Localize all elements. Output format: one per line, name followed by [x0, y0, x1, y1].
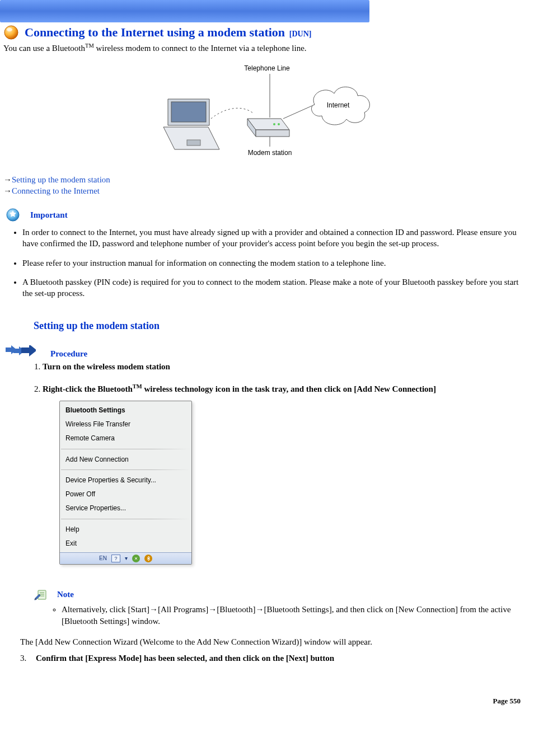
step-3: 3. Confirm that [Express Mode] has been … — [0, 648, 534, 663]
menu-bluetooth-settings[interactable]: Bluetooth Settings — [60, 403, 191, 417]
step-2-suffix: wireless technology icon in the task tra… — [142, 384, 436, 393]
menu-exit[interactable]: Exit — [60, 537, 191, 551]
link-connect-internet[interactable]: Connecting to the Internet — [12, 186, 100, 195]
menu-power-off[interactable]: Power Off — [60, 487, 191, 501]
arrow-glyph-1: → — [3, 175, 12, 184]
anchor-links: →Setting up the modem station →Connectin… — [0, 169, 534, 200]
svg-rect-4 — [171, 102, 206, 122]
diagram: Telephone Line — [0, 53, 534, 169]
subheading-setup: Setting up the modem station — [0, 307, 534, 334]
note-list: Alternatively, click [Start]→[All Progra… — [50, 604, 512, 627]
step-3-text: Confirm that [Express Mode] has been sel… — [36, 654, 334, 663]
svg-point-1 — [7, 28, 12, 31]
svg-rect-5 — [187, 140, 200, 145]
menu-separator — [61, 519, 190, 519]
intro-text: You can use a BluetoothTM wireless modem… — [0, 40, 534, 53]
step-1-text: Turn on the wireless modem station — [43, 362, 170, 371]
tray-caret-icon[interactable]: ▾ — [125, 555, 128, 562]
menu-separator — [61, 469, 190, 470]
svg-marker-8 — [256, 130, 289, 137]
wizard-paragraph: The [Add New Connection Wizard (Welcome … — [0, 631, 534, 648]
step-3-number: 3. — [20, 654, 28, 663]
page-title: Connecting to the Internet using a modem… — [25, 25, 311, 40]
arrow-glyph-2: → — [3, 186, 12, 195]
page-title-text: Connecting to the Internet using a modem… — [25, 25, 285, 39]
link-setup-modem[interactable]: Setting up the modem station — [12, 175, 110, 184]
orb-icon — [3, 25, 19, 40]
note-header: Note — [0, 575, 534, 602]
svg-point-0 — [4, 26, 18, 39]
important-list: In order to connect to the Internet, you… — [11, 227, 523, 299]
tray-help-icon[interactable]: ? — [111, 555, 120, 562]
important-item-2: Please refer to your instruction manual … — [22, 257, 521, 269]
page-title-tag: [DUN] — [289, 30, 312, 38]
step-2-prefix: Right-click the Bluetooth — [43, 384, 133, 393]
important-item-3: A Bluetooth passkey (PIN code) is requir… — [22, 276, 521, 299]
diagram-label-internet: Internet — [327, 101, 350, 109]
page-label: Page — [493, 697, 508, 705]
procedure-list: Turn on the wireless modem station Right… — [31, 361, 523, 565]
important-item-1: In order to connect to the Internet, you… — [22, 227, 521, 250]
intro-prefix: You can use a Bluetooth — [3, 44, 85, 53]
tm-mark-2: TM — [133, 383, 142, 389]
menu-remote-camera[interactable]: Remote Camera — [60, 431, 191, 445]
step-2: Right-click the BluetoothTM wireless tec… — [43, 383, 521, 565]
menu-help[interactable]: Help — [60, 523, 191, 537]
svg-line-17 — [270, 106, 287, 112]
diagram-label-modem: Modem station — [248, 149, 292, 157]
menu-separator — [61, 449, 190, 449]
procedure-label: Procedure — [50, 349, 87, 359]
svg-line-11 — [283, 105, 315, 119]
diagram-label-telephone: Telephone Line — [244, 64, 289, 72]
task-tray: EN ? ▾ — [60, 552, 191, 564]
page-number: 550 — [510, 697, 521, 705]
pencil-note-icon — [34, 587, 48, 602]
menu-wireless-file-transfer[interactable]: Wireless File Transfer — [60, 417, 191, 431]
page-title-row: Connecting to the Internet using a modem… — [0, 24, 534, 40]
header-gradient-band — [0, 0, 369, 22]
menu-service-properties[interactable]: Service Properties... — [60, 501, 191, 515]
tray-bluetooth-icon[interactable] — [144, 555, 152, 562]
page-footer: Page 550 — [0, 663, 534, 716]
menu-add-new-connection[interactable]: Add New Connection — [60, 453, 191, 467]
important-header: Important — [0, 200, 534, 224]
svg-point-9 — [273, 123, 275, 125]
arrows-icon — [6, 345, 36, 359]
tray-lang[interactable]: EN — [99, 555, 107, 562]
note-item-1: Alternatively, click [Start]→[All Progra… — [62, 604, 512, 627]
procedure-header: Procedure — [0, 334, 534, 359]
important-label: Important — [30, 210, 68, 220]
intro-suffix: wireless modem to connect to the Interne… — [94, 44, 307, 53]
tm-mark: TM — [85, 43, 94, 49]
step-2-text: Right-click the BluetoothTM wireless tec… — [43, 384, 436, 393]
step-1: Turn on the wireless modem station — [43, 361, 521, 373]
tray-status-icon[interactable] — [132, 555, 140, 562]
diagram-svg: Internet Modem station — [158, 74, 376, 163]
context-menu: Bluetooth Settings Wireless File Transfe… — [59, 401, 192, 565]
svg-point-10 — [278, 123, 280, 125]
star-icon — [6, 208, 20, 222]
svg-marker-25 — [21, 345, 36, 356]
svg-marker-2 — [163, 127, 219, 149]
note-label: Note — [57, 590, 74, 599]
menu-device-properties[interactable]: Device Properties & Security... — [60, 473, 191, 487]
